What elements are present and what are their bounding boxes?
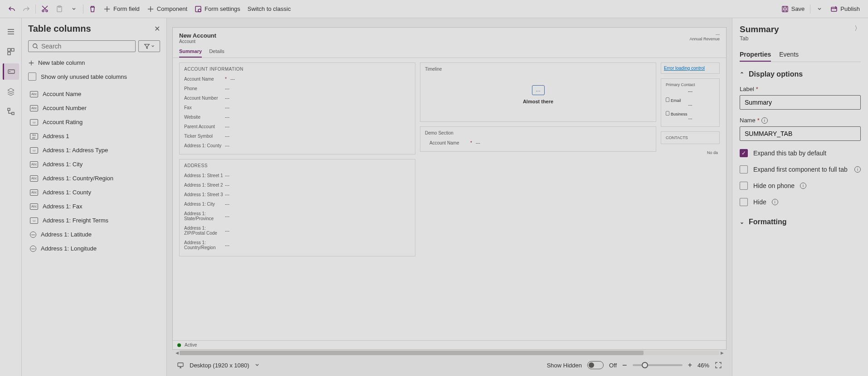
hamburger-icon[interactable]	[3, 24, 19, 40]
name-input[interactable]	[740, 126, 861, 141]
info-icon[interactable]: i	[761, 117, 768, 124]
top-toolbar: Form field Component Form settings Switc…	[0, 0, 868, 18]
close-icon[interactable]: ✕	[154, 24, 160, 33]
column-item[interactable]: ▭Address 1: Address Type	[28, 143, 160, 157]
display-options-header[interactable]: ⌃ Display options	[740, 70, 861, 78]
text-icon: Abcdef	[30, 133, 38, 140]
form-field[interactable]: Ticker Symbol---	[184, 131, 410, 141]
form-field[interactable]: Fax---	[184, 103, 410, 112]
save-button[interactable]: Save	[778, 4, 809, 14]
form-field[interactable]: Address 1: ZIP/Postal Code---	[184, 223, 410, 238]
form-field[interactable]: Website---	[184, 112, 410, 122]
label-input[interactable]	[740, 95, 861, 110]
column-item[interactable]: AbcAccount Number	[28, 101, 160, 115]
form-settings-button[interactable]: Form settings	[191, 4, 244, 14]
contacts-section[interactable]: CONTACTS	[661, 131, 720, 144]
new-table-column-button[interactable]: New table column	[28, 59, 160, 66]
chevron-down-icon[interactable]	[255, 363, 259, 367]
contact-field[interactable]: Email---	[666, 96, 715, 109]
timeline-section[interactable]: Timeline Almost there	[420, 63, 656, 122]
form-field[interactable]: Account Name*---	[429, 138, 651, 148]
svg-rect-15	[178, 363, 183, 366]
search-input[interactable]	[41, 43, 132, 50]
formatting-header[interactable]: ⌄ Formatting	[740, 218, 861, 226]
form-field[interactable]: Address 1: Country/Region---	[184, 238, 410, 252]
expand-first-checkbox[interactable]	[740, 165, 748, 174]
hide-checkbox[interactable]	[740, 198, 748, 206]
expand-default-checkbox[interactable]	[740, 149, 748, 157]
form-field[interactable]: Address 1: Street 3---	[184, 190, 410, 199]
chevron-right-icon[interactable]: 〉	[854, 24, 861, 33]
column-item[interactable]: ▭Account Rating	[28, 115, 160, 129]
tree-icon[interactable]	[3, 103, 19, 120]
canvas-hscroll[interactable]: ◀ ▶	[172, 350, 727, 356]
form-field[interactable]: Address 1: County---	[184, 141, 410, 150]
cut-button[interactable]	[38, 4, 52, 14]
redo-button[interactable]	[19, 4, 34, 14]
props-tab-properties[interactable]: Properties	[740, 48, 771, 62]
error-loading-link[interactable]: Error loading control	[664, 66, 705, 71]
layers-icon[interactable]	[3, 83, 19, 100]
demo-section[interactable]: Demo Section Account Name*---	[420, 126, 656, 152]
save-chevron[interactable]	[812, 5, 827, 13]
show-hidden-toggle[interactable]	[587, 361, 604, 369]
column-item[interactable]: AbcAddress 1: City	[28, 157, 160, 171]
form-field[interactable]: Phone---	[184, 84, 410, 93]
zoom-in-button[interactable]: +	[688, 361, 692, 369]
switch-to-classic-button[interactable]: Switch to classic	[244, 4, 294, 14]
column-item[interactable]: AbcAddress 1: Fax	[28, 199, 160, 213]
primary-contact-section[interactable]: Primary Contact --- Email---Business---	[661, 78, 720, 127]
form-field-button[interactable]: Form field	[100, 4, 143, 14]
form-field[interactable]: Address 1: City---	[184, 199, 410, 209]
info-icon[interactable]: i	[854, 166, 861, 173]
form-tab-summary[interactable]: Summary	[179, 46, 202, 58]
column-item[interactable]: AbcAccount Name	[28, 87, 160, 101]
filter-button[interactable]	[138, 40, 160, 52]
form-tab-details[interactable]: Details	[209, 46, 224, 58]
column-item[interactable]: Address 1: Longitude	[28, 241, 160, 255]
fit-icon[interactable]	[715, 362, 722, 369]
info-icon[interactable]: i	[772, 199, 778, 205]
form-canvas[interactable]: New Account Account --- Annual Revenue S…	[172, 27, 727, 350]
column-item[interactable]: ▭Address 1: Freight Terms	[28, 213, 160, 227]
form-field[interactable]: Account Number---	[184, 93, 410, 103]
plus-icon	[28, 60, 34, 66]
form-field[interactable]: Address 1: Street 2---	[184, 180, 410, 190]
form-field[interactable]: Parent Account---	[184, 122, 410, 131]
column-item[interactable]: AbcAddress 1: County	[28, 185, 160, 199]
account-info-section[interactable]: ACCOUNT INFORMATION Account Name*---Phon…	[179, 63, 415, 154]
delete-button[interactable]	[85, 4, 100, 14]
search-input-wrapper[interactable]	[28, 40, 136, 52]
zoom-out-button[interactable]: −	[622, 361, 627, 370]
column-item[interactable]: Address 1: Latitude	[28, 227, 160, 241]
viewport-selector[interactable]: Desktop (1920 x 1080)	[190, 362, 249, 369]
paste-button[interactable]	[52, 4, 67, 14]
error-section[interactable]: Error loading control	[661, 63, 720, 74]
option-icon: ▭	[30, 147, 38, 154]
show-unused-checkbox[interactable]	[28, 72, 36, 81]
globe-icon	[30, 231, 36, 238]
globe-icon	[30, 246, 36, 252]
columns-icon[interactable]	[3, 63, 19, 80]
filter-icon	[144, 43, 150, 49]
hide-phone-checkbox[interactable]	[740, 182, 748, 190]
search-icon	[32, 43, 39, 49]
publish-button[interactable]: Publish	[827, 4, 863, 14]
svg-rect-12	[8, 108, 10, 111]
component-button[interactable]: Component	[143, 4, 191, 14]
column-item[interactable]: AbcdefAddress 1	[28, 129, 160, 143]
paste-chevron[interactable]	[67, 5, 81, 13]
form-field[interactable]: Address 1: State/Province---	[184, 209, 410, 223]
form-field[interactable]: Account Name*---	[184, 74, 410, 84]
components-icon[interactable]	[3, 43, 19, 60]
undo-button[interactable]	[5, 4, 19, 14]
column-item[interactable]: AbcAddress 1: Country/Region	[28, 171, 160, 185]
svg-rect-9	[11, 48, 14, 51]
form-field[interactable]: Address 1: Street 1---	[184, 171, 410, 180]
contact-field[interactable]: Business---	[666, 109, 715, 123]
info-icon[interactable]: i	[800, 183, 806, 189]
address-section[interactable]: ADDRESS Address 1: Street 1---Address 1:…	[179, 159, 415, 256]
column-list: AbcAccount NameAbcAccount Number▭Account…	[28, 87, 160, 371]
props-tab-events[interactable]: Events	[779, 48, 799, 62]
zoom-slider[interactable]	[633, 364, 683, 366]
